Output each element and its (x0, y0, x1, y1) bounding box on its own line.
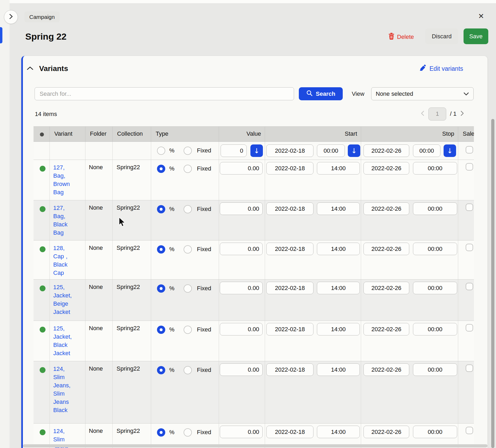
start-date-input[interactable] (266, 426, 313, 438)
start-time-input[interactable] (317, 282, 360, 294)
type-fixed-radio[interactable] (184, 245, 192, 254)
start-date-input[interactable] (266, 282, 313, 294)
stop-time-input[interactable] (413, 426, 457, 438)
sale-checkbox[interactable] (466, 244, 473, 251)
stop-time-input[interactable] (413, 363, 457, 376)
stop-date-input[interactable] (363, 202, 409, 215)
filter-stop-apply-down-icon[interactable]: ↓ (444, 144, 456, 157)
header-variant: Variant (50, 127, 85, 142)
stop-date-input[interactable] (363, 162, 409, 175)
view-label: View (352, 90, 364, 97)
page-next-icon[interactable] (460, 110, 464, 118)
variant-link[interactable]: 127, Bag, Brown Bag (53, 163, 77, 196)
type-percent-radio[interactable] (157, 165, 165, 173)
page-number-box[interactable]: 1 (428, 107, 446, 121)
type-percent-radio[interactable] (157, 366, 165, 374)
variant-link[interactable]: 125, Jacket, Black Jacket (53, 324, 77, 357)
value-input[interactable] (220, 282, 263, 294)
save-button[interactable]: Save (464, 28, 488, 44)
stop-time-input[interactable] (413, 243, 457, 255)
start-time-input[interactable] (317, 363, 360, 376)
stop-time-input[interactable] (413, 162, 457, 175)
type-fixed-label: Fixed (197, 367, 211, 374)
variant-link[interactable]: 128, Cap , Black Cap (53, 244, 77, 277)
status-dot (40, 285, 46, 291)
stop-time-input[interactable] (413, 202, 457, 215)
start-date-input[interactable] (266, 162, 313, 175)
start-date-input[interactable] (266, 323, 313, 335)
start-time-input[interactable] (317, 323, 360, 335)
close-icon[interactable]: ✕ (476, 11, 487, 22)
type-fixed-radio[interactable] (184, 326, 192, 334)
type-percent-radio[interactable] (157, 205, 165, 213)
stop-date-input[interactable] (363, 323, 409, 335)
header-folder: Folder (85, 127, 113, 142)
filter-start-date-input[interactable] (266, 144, 313, 157)
value-input[interactable] (220, 323, 263, 335)
type-percent-radio[interactable] (157, 284, 165, 293)
filter-value-apply-down-icon[interactable]: ↓ (250, 144, 263, 157)
stop-date-input[interactable] (363, 426, 409, 438)
value-input[interactable] (220, 363, 263, 376)
variant-link[interactable]: 127, Bag, Black Bag (53, 204, 77, 237)
filter-type-percent-radio[interactable] (157, 147, 165, 155)
filter-stop-date-input[interactable] (363, 144, 409, 157)
view-dropdown[interactable]: None selected (371, 87, 474, 100)
edit-variants-button[interactable]: Edit variants (419, 64, 463, 73)
status-dot (40, 429, 46, 435)
horizontal-scrollbar[interactable] (23, 444, 487, 447)
search-button[interactable]: Search (299, 87, 343, 100)
filter-value-input[interactable] (221, 144, 247, 157)
type-fixed-radio[interactable] (184, 284, 192, 293)
start-time-input[interactable] (317, 202, 360, 215)
stop-date-input[interactable] (363, 282, 409, 294)
type-percent-radio[interactable] (157, 245, 165, 254)
start-time-input[interactable] (317, 426, 360, 438)
filter-sale-checkbox[interactable] (466, 146, 473, 154)
type-fixed-radio[interactable] (184, 205, 192, 213)
value-input[interactable] (220, 202, 263, 215)
collapse-chevron-icon[interactable] (27, 66, 34, 72)
type-fixed-radio[interactable] (184, 428, 192, 437)
value-input[interactable] (220, 426, 263, 438)
type-fixed-radio[interactable] (184, 165, 192, 173)
stop-time-input[interactable] (413, 323, 457, 335)
type-fixed-label: Fixed (197, 429, 211, 436)
status-dot (40, 327, 46, 333)
page-prev-icon[interactable] (420, 110, 425, 118)
value-input[interactable] (220, 243, 263, 255)
type-percent-radio[interactable] (157, 428, 165, 437)
stop-date-input[interactable] (363, 243, 409, 255)
sale-checkbox[interactable] (466, 163, 473, 171)
delete-button[interactable]: Delete (388, 32, 414, 42)
type-percent-radio[interactable] (157, 326, 165, 334)
trash-icon (388, 33, 394, 41)
sale-checkbox[interactable] (466, 283, 473, 290)
filter-start-apply-down-icon[interactable]: ↓ (348, 144, 360, 157)
variant-link[interactable]: 125, Jacket, Beige Jacket (53, 283, 77, 316)
type-fixed-radio[interactable] (184, 366, 192, 374)
search-input[interactable] (35, 87, 294, 100)
start-date-input[interactable] (266, 243, 313, 255)
status-dot (40, 246, 46, 252)
filter-type-fixed-radio[interactable] (184, 147, 192, 155)
start-date-input[interactable] (266, 202, 313, 215)
sale-checkbox[interactable] (466, 427, 473, 434)
sale-checkbox[interactable] (466, 324, 473, 331)
stop-time-input[interactable] (413, 282, 457, 294)
sale-checkbox[interactable] (466, 204, 473, 211)
filter-start-time-input[interactable] (317, 144, 345, 157)
folder-value: None (89, 164, 103, 171)
stop-date-input[interactable] (363, 363, 409, 376)
start-time-input[interactable] (317, 162, 360, 175)
sale-checkbox[interactable] (466, 364, 473, 372)
discard-button[interactable]: Discard (425, 28, 458, 44)
variant-link[interactable]: 124, Slim Jeans, Slim Jeans Black (53, 365, 77, 414)
expand-sidebar-button[interactable] (4, 10, 18, 24)
start-time-input[interactable] (317, 243, 360, 255)
start-date-input[interactable] (266, 363, 313, 376)
vertical-scrollbar-thumb[interactable] (491, 119, 494, 448)
variants-table: Variant Folder Collection Type Value Sta… (34, 126, 474, 448)
value-input[interactable] (220, 162, 263, 175)
filter-stop-time-input[interactable] (413, 144, 440, 157)
